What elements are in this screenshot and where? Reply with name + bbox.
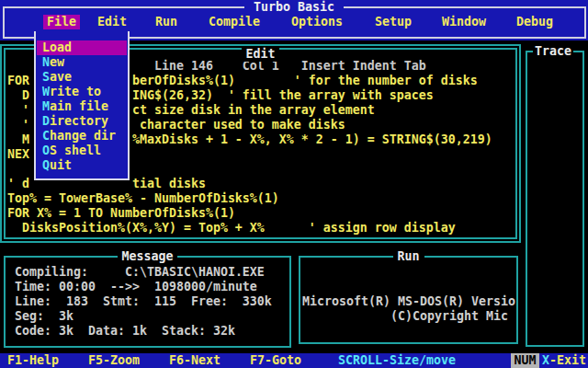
file-menu-item-change-dir-label: hange dir <box>50 129 116 143</box>
file-menu-item-directory-hotkey: D <box>42 114 50 128</box>
file-dropdown-menu: Load New Save Write to Main file Directo… <box>34 31 130 180</box>
file-menu-item-main-file[interactable]: Main file <box>36 99 128 114</box>
menu-item-setup[interactable]: Setup <box>375 15 412 29</box>
menu-item-file[interactable]: File <box>43 15 80 29</box>
file-menu-item-directory-label: irectory <box>50 114 108 128</box>
edit-window-title: Edit <box>242 47 280 62</box>
file-menu-item-new[interactable]: New <box>36 55 128 70</box>
statusbar-f1-help[interactable]: F1-Help <box>7 353 59 368</box>
file-menu-item-load-label: oad <box>50 40 72 54</box>
file-menu-item-quit[interactable]: Quit <box>36 158 128 173</box>
app-title: Turbo Basic <box>0 0 588 15</box>
file-menu-item-quit-hotkey: Q <box>42 158 50 172</box>
num-lock-indicator: NUM <box>511 353 539 368</box>
statusbar-scroll-hint: SCROLL-Size/move <box>338 353 456 368</box>
file-menu-item-new-label: ew <box>50 55 64 69</box>
file-menu-item-main-file-hotkey: M <box>42 99 50 113</box>
file-menu-item-save-hotkey: S <box>42 70 50 84</box>
file-menu-item-save[interactable]: Save <box>36 70 128 85</box>
statusbar-f6-next[interactable]: F6-Next <box>169 353 220 368</box>
run-window-text: Microsoft(R) MS-DOS(R) Versio (C)Copyrig… <box>302 294 515 324</box>
message-window-title: Message <box>118 249 178 264</box>
menu-item-run[interactable]: Run <box>155 15 177 29</box>
menu-item-compile[interactable]: Compile <box>209 15 260 29</box>
status-bar: F1-Help F5-Zoom F6-Next F7-Goto SCROLL-S… <box>0 353 588 368</box>
file-menu-item-main-file-label: ain file <box>50 99 108 113</box>
menu-item-edit[interactable]: Edit <box>97 15 127 29</box>
file-menu-item-change-dir[interactable]: Change dir <box>36 129 128 144</box>
file-menu-item-write-to[interactable]: Write to <box>36 85 128 99</box>
statusbar-f5-zoom[interactable]: F5-Zoom <box>88 353 140 368</box>
file-menu-item-new-hotkey: N <box>42 55 50 69</box>
statusbar-f7-goto[interactable]: F7-Goto <box>250 353 301 368</box>
statusbar-x-exit-hotkey: X <box>542 353 549 367</box>
run-window-title: Run <box>393 249 424 264</box>
statusbar-x-exit[interactable]: X-Exit <box>542 353 586 368</box>
file-menu-item-load-hotkey: L <box>42 40 50 54</box>
file-menu-item-write-to-hotkey: W <box>42 85 50 98</box>
app-title-text: Turbo Basic <box>244 0 344 14</box>
file-menu-item-os-shell-hotkey: O <box>42 144 50 157</box>
menu-item-options[interactable]: Options <box>291 15 343 29</box>
file-menu-item-load[interactable]: Load <box>37 40 127 55</box>
statusbar-x-exit-label: -Exit <box>549 353 586 367</box>
menu-item-window[interactable]: Window <box>442 15 486 29</box>
file-menu-item-quit-label: uit <box>50 158 72 172</box>
file-menu-item-change-dir-hotkey: C <box>42 129 50 143</box>
trace-window-title: Trace <box>533 44 573 59</box>
turbo-basic-screen: Turbo Basic File Edit Run Compile Option… <box>0 0 588 368</box>
file-menu-item-os-shell[interactable]: OS shell <box>36 144 128 158</box>
file-menu-item-directory[interactable]: Directory <box>36 114 128 129</box>
trace-window <box>526 51 584 347</box>
file-menu-item-os-shell-label: S shell <box>50 144 101 157</box>
file-menu-item-save-label: ave <box>50 70 72 84</box>
menu-item-debug[interactable]: Debug <box>516 15 553 29</box>
file-menu-item-write-to-label: rite to <box>50 85 101 98</box>
message-window-text: Compiling: C:\TBASIC\HANOI.EXE Time: 00:… <box>7 265 272 339</box>
